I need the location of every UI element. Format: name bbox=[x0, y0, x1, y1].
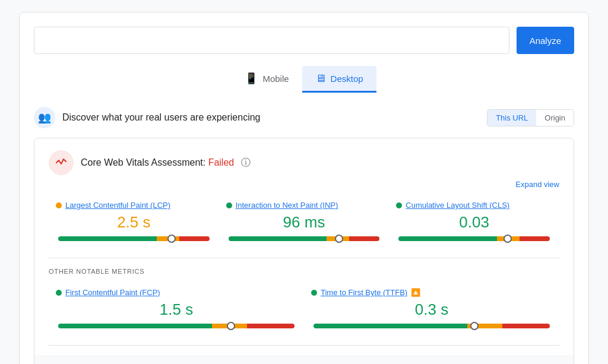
help-icon[interactable]: ⓘ bbox=[241, 157, 251, 169]
metric-label-lcp[interactable]: Largest Contentful Paint (LCP) bbox=[65, 201, 170, 210]
metric-label-fcp[interactable]: First Contentful Paint (FCP) bbox=[65, 288, 160, 297]
this-url-button[interactable]: This URL bbox=[487, 110, 536, 126]
analyze-button[interactable]: Analyze bbox=[517, 27, 574, 54]
footer: 📅 Latest 28-day collection period ⓘ ⏱ Fu… bbox=[34, 355, 574, 364]
metric-fcp: First Contentful Paint (FCP) 1.5 s bbox=[49, 283, 304, 333]
main-container: https://clickup.com/ Analyze 📱 Mobile 🖥 … bbox=[19, 12, 589, 364]
cwv-title: Core Web Vitals Assessment: Failed bbox=[81, 157, 234, 168]
metric-value-lcp: 2.5 s bbox=[56, 213, 212, 232]
expand-link[interactable]: Expand view bbox=[515, 180, 559, 189]
notable-metrics-header: OTHER NOTABLE METRICS bbox=[49, 268, 559, 275]
expand-row: Expand view bbox=[49, 180, 559, 189]
metric-dot-lcp bbox=[56, 202, 62, 208]
url-origin-toggle: This URL Origin bbox=[487, 109, 574, 126]
mobile-icon: 📱 bbox=[245, 72, 258, 85]
metric-dot-cls bbox=[396, 202, 402, 208]
cwv-status: Failed bbox=[208, 157, 235, 167]
ttfb-icon: 🔼 bbox=[411, 288, 420, 297]
section-title: Discover what your real users are experi… bbox=[62, 112, 260, 123]
desktop-label: Desktop bbox=[331, 74, 363, 84]
url-bar-row: https://clickup.com/ Analyze bbox=[34, 27, 574, 54]
metric-value-cls: 0.03 bbox=[396, 213, 552, 232]
mobile-label: Mobile bbox=[262, 74, 289, 84]
device-toggle: 📱 Mobile 🖥 Desktop bbox=[34, 66, 574, 93]
section-header: 👥 Discover what your real users are expe… bbox=[34, 107, 574, 128]
metric-inp: Interaction to Next Paint (INP) 96 ms bbox=[219, 196, 390, 246]
metric-value-ttfb: 0.3 s bbox=[311, 300, 552, 319]
metric-value-fcp: 1.5 s bbox=[56, 300, 297, 319]
metric-dot-inp bbox=[226, 202, 232, 208]
section-header-left: 👥 Discover what your real users are expe… bbox=[34, 107, 260, 128]
metric-dot-ttfb bbox=[311, 290, 317, 296]
origin-button[interactable]: Origin bbox=[536, 110, 574, 126]
metric-label-row-ttfb: Time to First Byte (TTFB) 🔼 bbox=[311, 288, 552, 297]
metric-label-row-fcp: First Contentful Paint (FCP) bbox=[56, 288, 297, 297]
users-icon: 👥 bbox=[34, 107, 55, 128]
cwv-header: Core Web Vitals Assessment: Failed ⓘ bbox=[49, 150, 559, 175]
notable-metrics-grid: First Contentful Paint (FCP) 1.5 s Time … bbox=[49, 283, 559, 346]
metric-cls: Cumulative Layout Shift (CLS) 0.03 bbox=[389, 196, 559, 246]
main-card: Core Web Vitals Assessment: Failed ⓘ Exp… bbox=[34, 138, 574, 364]
cwv-icon bbox=[49, 150, 74, 175]
desktop-tab[interactable]: 🖥 Desktop bbox=[302, 66, 376, 93]
metric-label-row-cls: Cumulative Layout Shift (CLS) bbox=[396, 201, 552, 210]
metric-ttfb: Time to First Byte (TTFB) 🔼 0.3 s bbox=[304, 283, 559, 333]
metric-lcp: Largest Contentful Paint (LCP) 2.5 s bbox=[49, 196, 219, 246]
metric-label-inp[interactable]: Interaction to Next Paint (INP) bbox=[236, 201, 338, 210]
metric-label-ttfb[interactable]: Time to First Byte (TTFB) bbox=[321, 288, 407, 297]
url-input[interactable]: https://clickup.com/ bbox=[34, 27, 509, 54]
metric-label-row-inp: Interaction to Next Paint (INP) bbox=[226, 201, 382, 210]
mobile-tab[interactable]: 📱 Mobile bbox=[232, 66, 302, 93]
desktop-icon: 🖥 bbox=[315, 72, 326, 85]
metric-value-inp: 96 ms bbox=[226, 213, 382, 232]
metrics-grid: Largest Contentful Paint (LCP) 2.5 s Int… bbox=[49, 196, 559, 258]
metric-label-row-lcp: Largest Contentful Paint (LCP) bbox=[56, 201, 212, 210]
metric-dot-fcp bbox=[56, 290, 62, 296]
metric-label-cls[interactable]: Cumulative Layout Shift (CLS) bbox=[406, 201, 509, 210]
